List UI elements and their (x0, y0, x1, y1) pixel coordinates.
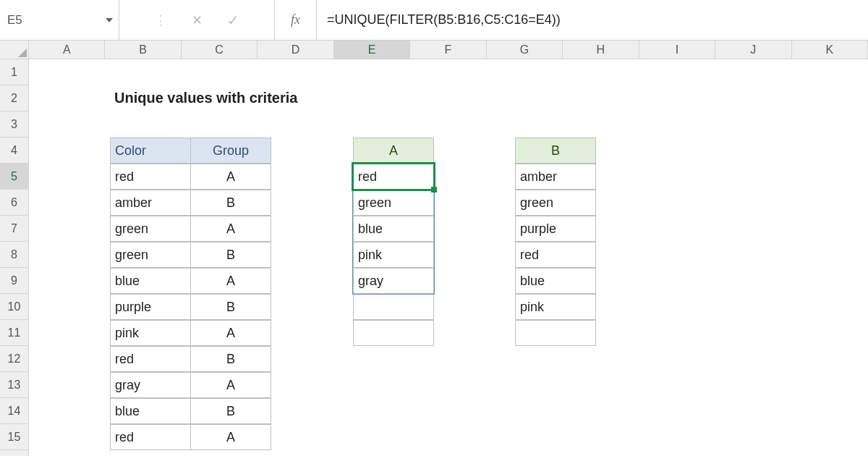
table-row[interactable]: green (110, 216, 191, 242)
row-header-7[interactable]: 7 (0, 216, 28, 242)
row-header-4[interactable]: 4 (0, 138, 28, 164)
page-title: Unique values with criteria (110, 85, 399, 111)
col-header-D[interactable]: D (258, 41, 333, 59)
formula-text: =UNIQUE(FILTER(B5:B16,C5:C16=E4)) (327, 12, 561, 28)
col-header-E[interactable]: E (334, 41, 410, 59)
row-header-9[interactable]: 9 (0, 268, 28, 294)
col-header-J[interactable]: J (715, 41, 791, 59)
col-header-A[interactable]: A (29, 41, 105, 59)
result-a-empty[interactable] (353, 320, 434, 346)
name-box[interactable]: E5 (0, 0, 119, 40)
table-row[interactable]: green (110, 242, 191, 268)
table-row[interactable]: A (190, 372, 271, 398)
table-row[interactable]: B (190, 294, 271, 320)
row-header-13[interactable]: 13 (0, 372, 28, 398)
table-row[interactable]: B (190, 346, 271, 372)
row-header-12[interactable]: 12 (0, 346, 28, 372)
row-header-2[interactable]: 2 (0, 85, 28, 111)
result-a-value[interactable]: gray (353, 268, 434, 294)
table-row[interactable]: A (190, 268, 271, 294)
table-row[interactable]: red (110, 164, 191, 190)
worksheet-grid[interactable]: A B C D E F G H I J K 1 2 3 4 5 6 7 8 9 … (0, 41, 868, 456)
table-row[interactable]: pink (110, 320, 191, 346)
col-header-F[interactable]: F (410, 41, 486, 59)
result-b-value[interactable]: red (515, 242, 596, 268)
formula-bar: E5 ⋮ ✕ ✓ fx =UNIQUE(FILTER(B5:B16,C5:C16… (0, 0, 868, 41)
row-header-3[interactable]: 3 (0, 111, 28, 138)
result-b-header[interactable]: B (515, 138, 596, 164)
table-header-color[interactable]: Color (110, 138, 191, 164)
result-a-value[interactable]: red (353, 164, 434, 190)
formula-buttons: ⋮ ✕ ✓ (119, 0, 275, 40)
col-header-C[interactable]: C (182, 41, 258, 59)
table-row[interactable]: gray (110, 372, 191, 398)
col-header-K[interactable]: K (792, 41, 868, 59)
table-row[interactable]: B (190, 190, 271, 216)
table-row[interactable]: red (110, 346, 191, 372)
result-b-value[interactable]: amber (515, 164, 596, 190)
col-header-B[interactable]: B (105, 41, 181, 59)
table-row[interactable]: blue (110, 268, 191, 294)
name-box-value: E5 (7, 13, 22, 28)
table-row[interactable]: B (190, 398, 271, 424)
cancel-icon[interactable]: ✕ (192, 12, 203, 28)
result-a-value[interactable]: pink (353, 242, 434, 268)
col-header-H[interactable]: H (563, 41, 639, 59)
table-row[interactable]: A (190, 424, 271, 450)
row-header-14[interactable]: 14 (0, 398, 28, 424)
row-header-5[interactable]: 5 (0, 164, 28, 190)
table-header-group[interactable]: Group (190, 138, 271, 164)
row-header-6[interactable]: 6 (0, 190, 28, 216)
row-header-11[interactable]: 11 (0, 320, 28, 346)
row-header-8[interactable]: 8 (0, 242, 28, 268)
table-row[interactable]: A (190, 216, 271, 242)
select-all-triangle[interactable] (0, 41, 29, 59)
row-header-1[interactable]: 1 (0, 59, 28, 85)
row-header-10[interactable]: 10 (0, 294, 28, 320)
enter-icon[interactable]: ✓ (227, 12, 239, 29)
column-headers[interactable]: A B C D E F G H I J K (29, 41, 868, 59)
result-a-header[interactable]: A (353, 138, 434, 164)
col-header-G[interactable]: G (487, 41, 563, 59)
result-b-value[interactable]: purple (515, 216, 596, 242)
result-b-value[interactable]: pink (515, 294, 596, 320)
table-row[interactable]: amber (110, 190, 191, 216)
col-header-I[interactable]: I (639, 41, 715, 59)
result-b-value[interactable]: green (515, 190, 596, 216)
table-row[interactable]: B (190, 242, 271, 268)
table-row[interactable]: blue (110, 398, 191, 424)
cells-layer: Unique values with criteria Color Group … (29, 59, 868, 456)
result-b-value[interactable]: blue (515, 268, 596, 294)
divider-icon: ⋮ (154, 12, 167, 28)
table-row[interactable]: A (190, 164, 271, 190)
result-a-value[interactable]: green (353, 190, 434, 216)
formula-input[interactable]: =UNIQUE(FILTER(B5:B16,C5:C16=E4)) (317, 0, 868, 40)
row-headers[interactable]: 1 2 3 4 5 6 7 8 9 10 11 12 13 14 15 (0, 59, 29, 456)
result-b-empty[interactable] (515, 320, 596, 346)
result-a-value[interactable]: blue (353, 216, 434, 242)
result-a-empty[interactable] (353, 294, 434, 320)
table-row[interactable]: red (110, 424, 191, 450)
fx-icon[interactable]: fx (275, 0, 317, 40)
row-header-15[interactable]: 15 (0, 424, 28, 450)
chevron-down-icon[interactable] (106, 18, 113, 22)
table-row[interactable]: purple (110, 294, 191, 320)
table-row[interactable]: A (190, 320, 271, 346)
